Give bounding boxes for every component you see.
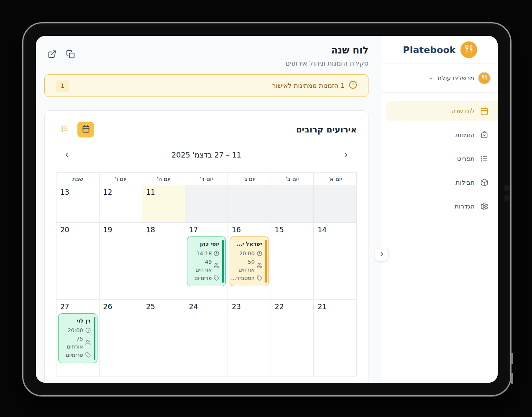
- event-name: רן לוי: [61, 317, 91, 325]
- venue-selector[interactable]: מבשלים עולם: [382, 64, 498, 93]
- calendar-day-cell[interactable]: 16 ישראל י... 20:00 50 אורחים הסטנדר...: [228, 223, 271, 300]
- day-number: 25: [142, 300, 185, 311]
- menu-icon: [480, 155, 489, 163]
- event-accent-bar: [222, 240, 224, 283]
- orders-icon: [480, 131, 489, 139]
- day-number: 24: [185, 300, 228, 311]
- event-card[interactable]: יוסי כהן 14:18 49 אורחים פרימיום: [187, 236, 226, 286]
- chevron-down-icon: [428, 76, 434, 81]
- sidebar-item-package[interactable]: חבילות: [386, 173, 498, 193]
- weekday-header: יום ד': [185, 173, 228, 185]
- event-guests: 50 אורחים: [233, 258, 262, 274]
- sidebar-item-label: חבילות: [455, 179, 475, 186]
- alert-circle-icon: [349, 81, 357, 91]
- weekday-header: יום ג': [228, 173, 271, 185]
- day-number: 19: [100, 223, 142, 234]
- copy-icon[interactable]: [66, 50, 75, 58]
- sidebar-item-calendar[interactable]: לוח שנה: [386, 101, 498, 121]
- chevron-right-icon[interactable]: [341, 150, 351, 160]
- calendar-day-cell[interactable]: 13: [56, 185, 99, 223]
- weekday-header: יום א': [313, 173, 356, 185]
- tablet-frame: Platebook מבשלים עולם לוח שנה הזמנות: [22, 22, 512, 397]
- events-card-title: אירועים קרובים: [296, 125, 357, 135]
- calendar-day-cell[interactable]: 25: [142, 300, 185, 376]
- settings-icon: [480, 202, 489, 211]
- calendar-day-cell[interactable]: 19: [99, 223, 142, 300]
- list-icon: [61, 125, 69, 134]
- sidebar-item-label: הזמנות: [455, 131, 475, 139]
- day-number: 21: [314, 300, 356, 311]
- event-name: ישראל י...: [233, 240, 262, 248]
- view-toggle: [56, 122, 94, 137]
- bezel-camera-dot: [504, 185, 509, 191]
- event-package: הסטנדר...: [233, 274, 262, 282]
- date-range-nav: 11 – 27 בדצמ' 2025: [56, 150, 357, 160]
- sidebar-item-menu[interactable]: תפריט: [386, 149, 498, 169]
- calendar-view-button[interactable]: [77, 122, 94, 137]
- event-name: יוסי כהן: [190, 240, 220, 248]
- calendar-icon: [480, 107, 489, 115]
- app-screen: Platebook מבשלים עולם לוח שנה הזמנות: [36, 36, 498, 383]
- day-number: 12: [100, 185, 142, 196]
- sidebar: Platebook מבשלים עולם לוח שנה הזמנות: [382, 36, 498, 383]
- calendar-day-cell[interactable]: 26: [99, 300, 142, 376]
- weekday-header: יום ה': [142, 173, 185, 185]
- calendar-day-cell-disabled: [313, 185, 356, 223]
- calendar-day-cell[interactable]: 18: [142, 223, 185, 300]
- day-number: 18: [142, 223, 185, 234]
- sidebar-item-label: תפריט: [457, 155, 475, 163]
- calendar-day-cell-disabled: [271, 185, 314, 223]
- calendar-day-cell[interactable]: 27 רן לוי 20:00 75 אורחים פרימיום: [56, 300, 99, 376]
- sidebar-item-label: הגדרות: [455, 203, 475, 210]
- event-card[interactable]: רן לוי 20:00 75 אורחים פרימיום: [58, 313, 97, 363]
- calendar-day-cell[interactable]: 21: [313, 300, 356, 376]
- calendar-grid: יום א'יום ב'יום ג'יום ד'יום ה'יום ו'שבת1…: [56, 172, 357, 376]
- event-package: פרימיום: [61, 351, 91, 359]
- sidebar-item-settings[interactable]: הגדרות: [386, 196, 498, 216]
- calendar-day-cell[interactable]: 11: [142, 185, 185, 223]
- brand-name: Platebook: [403, 45, 455, 55]
- event-accent-bar: [94, 317, 95, 360]
- day-number: 14: [314, 223, 356, 234]
- calendar-day-cell[interactable]: 23: [228, 300, 271, 376]
- sidebar-nav: לוח שנה הזמנות תפריט חבילות הגדרות: [382, 93, 498, 216]
- event-time: 20:00: [233, 249, 262, 257]
- chevron-right-icon: [379, 251, 385, 259]
- venue-avatar: [478, 72, 491, 84]
- header-actions: [44, 45, 75, 58]
- page-subtitle: סקירת הזמנות וניהול אירועים: [286, 59, 368, 67]
- event-package: פרימיום: [190, 274, 220, 282]
- calendar-day-cell[interactable]: 12: [99, 185, 142, 223]
- event-card[interactable]: ישראל י... 20:00 50 אורחים הסטנדר...: [230, 236, 269, 286]
- day-number: 15: [271, 223, 314, 234]
- calendar-day-cell[interactable]: 17 יוסי כהן 14:18 49 אורחים פרימיום: [185, 223, 228, 300]
- calendar-day-cell[interactable]: 24: [185, 300, 228, 376]
- chevron-left-icon[interactable]: [62, 150, 72, 160]
- tablet-side-button: [511, 353, 513, 364]
- day-number: 26: [100, 300, 142, 311]
- external-link-icon[interactable]: [48, 50, 56, 58]
- package-icon: [480, 178, 489, 187]
- calendar-day-cell[interactable]: 22: [271, 300, 314, 376]
- calendar-day-cell[interactable]: 15: [271, 223, 314, 300]
- day-number: 16: [228, 223, 271, 234]
- list-view-button[interactable]: [56, 122, 73, 137]
- sidebar-item-orders[interactable]: הזמנות: [386, 125, 498, 145]
- sidebar-item-label: לוח שנה: [452, 107, 475, 115]
- brand-header: Platebook: [382, 36, 498, 64]
- day-number: 11: [142, 185, 185, 196]
- weekday-header: יום ו': [99, 173, 142, 185]
- page-titles: לוח שנה סקירת הזמנות וניהול אירועים: [286, 45, 368, 67]
- sidebar-collapse-button[interactable]: [375, 248, 389, 262]
- events-card-header: אירועים קרובים: [56, 122, 357, 137]
- date-range-label: 11 – 27 בדצמ' 2025: [171, 151, 241, 159]
- pending-orders-alert[interactable]: 1 הזמנות ממתינות לאישור 1: [44, 74, 368, 97]
- calendar-day-cell[interactable]: 20: [56, 223, 99, 300]
- venue-label: מבשלים עולם: [437, 74, 474, 82]
- main-content: לוח שנה סקירת הזמנות וניהול אירועים: [36, 36, 382, 383]
- utensils-icon: [464, 44, 473, 55]
- calendar-day-cell[interactable]: 14: [313, 223, 356, 300]
- weekday-header: יום ב': [271, 173, 314, 185]
- weekday-header: שבת: [56, 173, 99, 185]
- calendar-day-cell-disabled: [228, 185, 271, 223]
